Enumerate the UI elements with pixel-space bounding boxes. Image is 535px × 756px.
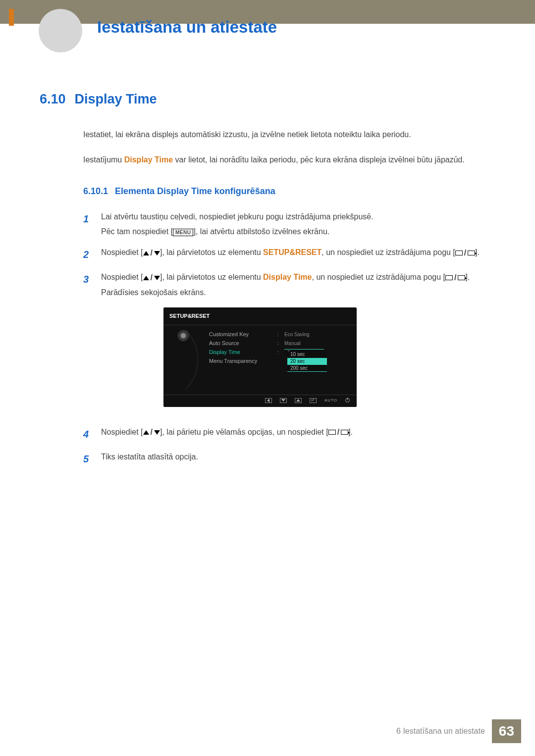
step-body: Nospiediet [/], lai pārvietotos uz eleme… <box>101 245 480 264</box>
highlight-display-time: Display Time <box>124 155 173 164</box>
intro-paragraph-2: Iestatījumu Display Time var lietot, lai… <box>83 153 495 167</box>
chapter-badge-circle <box>39 9 82 52</box>
rect-icon <box>328 430 336 435</box>
section-number: 6.10 <box>40 92 66 107</box>
osd-nav-bar: ↵ AUTO <box>163 395 357 404</box>
step-number: 3 <box>83 270 92 418</box>
text: Pēc tam nospiediet [ <box>101 227 173 236</box>
text: ], lai pārietu pie vēlamās opcijas, un n… <box>160 428 328 436</box>
subsection-heading: 6.10.1 Elementa Display Time konfigurēša… <box>83 186 495 197</box>
step-1-line-2: Pēc tam nospiediet [MENU], lai atvērtu a… <box>101 224 374 239</box>
subsection-number: 6.10.1 <box>83 186 108 197</box>
nav-up-icon <box>295 398 302 403</box>
rect-enter-icon <box>468 251 475 255</box>
nav-left-icon <box>265 398 272 403</box>
text: Nospiediet [ <box>101 248 143 256</box>
triangle-down-icon <box>154 251 160 255</box>
text: ], lai atvērtu atbilstošo izvēlnes ekrān… <box>193 227 329 236</box>
text: , un nospiediet uz izstrādājuma pogu [ <box>321 248 455 256</box>
chapter-title: Iestatīšana un atiestate <box>97 18 277 37</box>
source-enter-icon: / <box>455 246 475 260</box>
text: ], lai pārvietotos uz elementu <box>160 273 263 281</box>
page-footer: 6 Iestatīšana un atiestate 63 <box>14 719 521 743</box>
step-3-line-2: Parādīsies sekojošais ekrāns. <box>101 285 470 300</box>
menu-button-label: MENU <box>173 229 193 236</box>
osd-title: SETUP&RESET <box>163 307 357 325</box>
section-title: Display Time <box>75 92 157 107</box>
rect-enter-icon <box>341 430 348 435</box>
nav-power-icon <box>345 398 350 403</box>
triangle-down-icon <box>154 430 160 435</box>
up-down-arrows-icon: / <box>143 270 160 285</box>
osd-label: Menu Transparency <box>209 356 273 366</box>
step-number: 4 <box>83 425 92 444</box>
text: Nospiediet [ <box>101 273 143 281</box>
osd-menu: Customized Key : Eco Saving Auto Source … <box>209 330 350 390</box>
intro-paragraph-1: Iestatiet, lai ekrāna displejs automātis… <box>83 128 495 142</box>
text: , un nospiediet uz izstrādājuma pogu [ <box>312 273 445 281</box>
highlight-setup-reset: SETUP&RESET <box>263 248 321 256</box>
footer-page-number: 63 <box>492 719 521 743</box>
osd-side-graphic <box>173 330 203 390</box>
rect-icon <box>445 275 453 280</box>
footer-chapter-label: 6 Iestatīšana un atiestate <box>396 727 485 736</box>
osd-value: Eco Saving <box>284 330 310 339</box>
triangle-up-icon <box>143 276 149 280</box>
step-body: Lai atvērtu taustiņu ceļvedi, nospiediet… <box>101 209 374 240</box>
step-body: Nospiediet [/], lai pārietu pie vēlamās … <box>101 425 353 444</box>
osd-row-display-time: Display Time : 5 sec <box>209 348 350 357</box>
highlight-display-time: Display Time <box>263 273 312 281</box>
osd-row-menu-transparency: Menu Transparency 10 sec 20 sec 200 sec <box>209 357 350 366</box>
source-enter-icon: / <box>328 425 348 440</box>
text: Nospiediet [ <box>101 428 143 436</box>
osd-row-auto-source: Auto Source : Manual <box>209 339 350 348</box>
triangle-down-icon <box>154 276 160 280</box>
step-body: Nospiediet [/], lai pārvietotos uz eleme… <box>101 270 470 418</box>
subsection-title: Elementa Display Time konfigurēšana <box>115 186 275 197</box>
header-accent <box>9 9 14 26</box>
step-number: 5 <box>83 450 92 468</box>
step-number: 2 <box>83 245 92 264</box>
osd-value: Manual <box>284 339 301 348</box>
source-enter-icon: / <box>445 270 465 285</box>
step-number: 1 <box>83 209 92 240</box>
text: Iestatījumu <box>83 155 124 164</box>
triangle-up-icon <box>143 251 149 255</box>
nav-enter-icon: ↵ <box>310 398 317 403</box>
text: ], lai pārvietotos uz elementu <box>160 248 263 256</box>
nav-auto-label: AUTO <box>324 398 337 403</box>
rect-enter-icon <box>458 275 465 280</box>
step-3: 3 Nospiediet [/], lai pārvietotos uz ele… <box>83 270 495 418</box>
osd-option-200sec: 200 sec <box>287 365 327 372</box>
up-down-arrows-icon: / <box>143 425 160 440</box>
step-5: 5 Tiks iestatīta atlasītā opcija. <box>83 450 495 468</box>
step-1: 1 Lai atvērtu taustiņu ceļvedi, nospiedi… <box>83 209 495 240</box>
osd-row-customized-key: Customized Key : Eco Saving <box>209 330 350 339</box>
rect-icon <box>455 251 463 255</box>
steps-list: 1 Lai atvērtu taustiņu ceļvedi, nospiedi… <box>83 209 495 468</box>
step-4: 4 Nospiediet [/], lai pārietu pie vēlamā… <box>83 425 495 444</box>
nav-down-icon <box>280 398 287 403</box>
section-heading: 6.10 Display Time <box>40 92 495 107</box>
up-down-arrows-icon: / <box>143 246 160 260</box>
triangle-up-icon <box>143 430 149 435</box>
text: var lietot, lai norādītu laika periodu, … <box>173 155 465 164</box>
step-1-line-1: Lai atvērtu taustiņu ceļvedi, nospiediet… <box>101 209 374 224</box>
osd-screenshot: SETUP&RESET Customized Key : Eco Saving <box>163 307 357 407</box>
step-2: 2 Nospiediet [/], lai pārvietotos uz ele… <box>83 245 495 264</box>
step-body: Tiks iestatīta atlasītā opcija. <box>101 450 198 468</box>
page-content: 6.10 Display Time Iestatiet, lai ekrāna … <box>40 92 495 474</box>
